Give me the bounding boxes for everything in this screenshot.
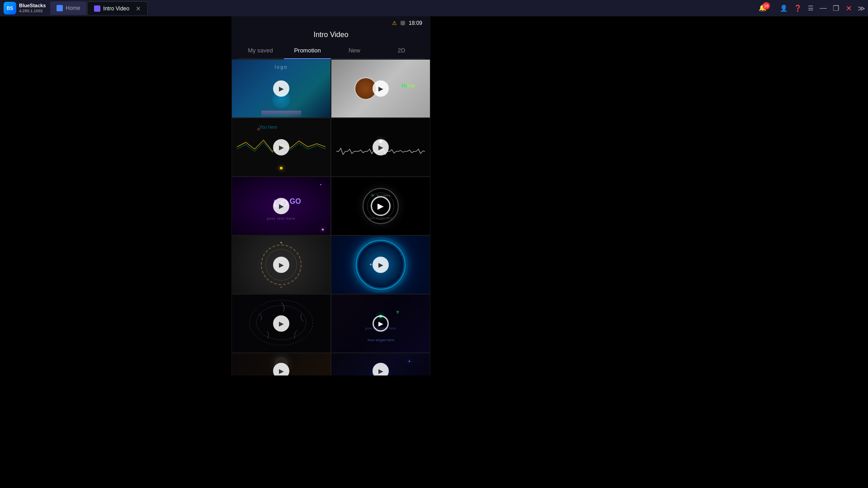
video-cell-10[interactable]: ▼ your company here Your slogan here ▶ [331,294,430,353]
tab-new[interactable]: New [331,43,378,58]
play-button-2[interactable]: ▶ [373,80,389,97]
vid1-logo-text: logo [275,64,288,70]
notification-badge: 16 [763,2,770,9]
restore-button[interactable]: ❐ [833,5,839,11]
video-row-1: logo ▶ Intro ▶ [231,59,430,118]
video-row-2: ⚙ You here ▶ ▶ [231,118,430,177]
play-button-9[interactable]: ▶ [273,315,289,332]
time-display: 18:09 [409,20,422,26]
play-button-6[interactable]: ▶ [371,196,391,216]
intro-tab-icon [94,5,100,12]
tab-promotion[interactable]: Promotion [284,43,331,58]
video-cell-3[interactable]: ⚙ You here ▶ [231,118,331,177]
video-cell-4[interactable]: ▶ [331,118,430,177]
video-cell-9[interactable]: ▶ [231,294,331,353]
video-cell-12[interactable]: ▶ [331,353,430,375]
bluestacks-icon: BS [4,2,16,14]
video-cell-1[interactable]: logo ▶ [231,59,331,118]
play-button-4[interactable]: ▶ [373,139,389,155]
home-tab-label: Home [66,5,80,11]
vid3-text: You here [259,125,277,130]
bluestacks-logo: BS BlueStacks 4.280.1.1002 [4,2,46,14]
home-tab-icon [57,5,63,11]
video-cell-7[interactable]: ▶ [231,235,331,294]
tab-2d[interactable]: 2D [378,43,425,58]
notification-icon[interactable]: 🔔16 [759,4,774,12]
close-button[interactable]: ✕ [845,5,852,11]
play-button-5[interactable]: ▶ [273,198,289,214]
video-row-6: ▶ ▶ [231,353,430,375]
vid5-subtext: your text here [267,216,296,221]
app-title: Intro Video [237,28,425,43]
taskbar-controls: 🔔16 👤 ❓ ☰ — ❐ ✕ ≫ [759,4,864,12]
warning-icon: ⚠ [392,20,397,26]
menu-icon[interactable]: ☰ [808,5,814,12]
video-row-4: ▶ ✦ ▶ [231,235,430,294]
help-icon[interactable]: ❓ [794,5,802,12]
tab-intro-video[interactable]: Intro Video ✕ [87,1,148,15]
app-header: ⚠ 18:09 Intro Video My saved Promotion N… [231,16,430,59]
video-row-5: ▶ ▼ your company here Your slogan here ▶ [231,294,430,353]
video-row-3: LO GO your text here ▶ 🐦 Yo t here your … [231,177,430,235]
play-button-7[interactable]: ▶ [273,257,289,273]
intro-tab-close[interactable]: ✕ [136,5,141,12]
app-window: ⚠ 18:09 Intro Video My saved Promotion N… [231,16,430,373]
video-cell-5[interactable]: LO GO your text here ▶ [231,177,331,235]
play-button-12[interactable]: ▶ [373,363,389,375]
video-cell-8[interactable]: ✦ ▶ [331,235,430,294]
bluestacks-label: BlueStacks 4.280.1.1002 [19,3,46,14]
video-cell-6[interactable]: 🐦 Yo t here your slogan here ▶ [331,177,430,235]
account-icon[interactable]: 👤 [780,5,788,12]
play-button-3[interactable]: ▶ [273,139,289,155]
expand-button[interactable]: ≫ [858,5,864,11]
video-cell-2[interactable]: Intro ▶ [331,59,430,118]
video-grid: logo ▶ Intro ▶ [231,59,430,375]
category-tabs: My saved Promotion New 2D [237,43,425,59]
intro-tab-label: Intro Video [103,5,129,12]
play-button-11[interactable]: ▶ [273,363,289,375]
minimize-button[interactable]: — [820,5,826,11]
play-button-10[interactable]: ▶ [373,315,389,332]
tab-my-saved[interactable]: My saved [237,43,284,58]
tab-home[interactable]: Home [50,1,86,15]
vid10-slogan-text: Your slogan here [367,338,394,342]
play-button-1[interactable]: ▶ [273,80,289,97]
status-bar: ⚠ 18:09 [237,20,425,26]
record-icon [401,21,405,25]
play-button-8[interactable]: ▶ [373,257,389,273]
video-cell-11[interactable]: ▶ [231,353,331,375]
taskbar: BS BlueStacks 4.280.1.1002 Home Intro Vi… [0,0,868,16]
